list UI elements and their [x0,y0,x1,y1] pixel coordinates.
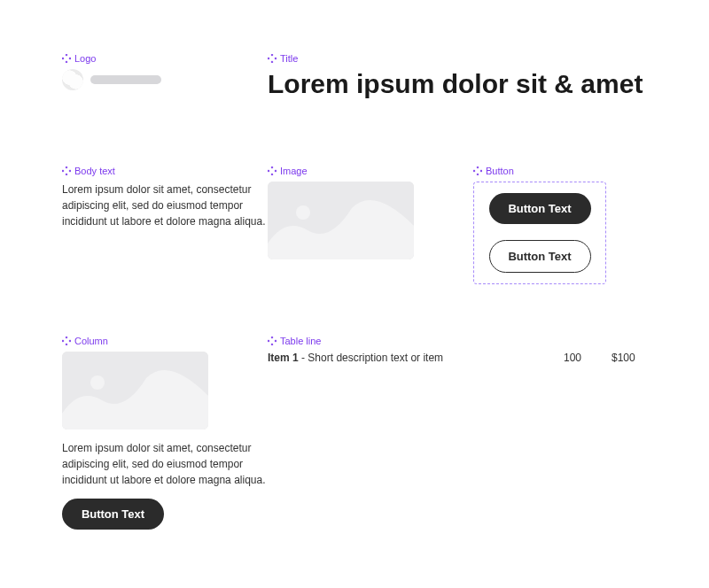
button-section: Button Button Text Button Text [473,166,606,284]
svg-rect-19 [473,169,475,172]
label-text: Image [280,166,308,176]
diamond-icon [268,166,277,175]
page-title: Lorem ipsum dolor sit & amet [268,69,647,100]
column-label: Column [62,336,268,346]
svg-rect-22 [66,337,68,338]
diamond-icon [473,166,482,175]
primary-button[interactable]: Button Text [489,193,591,224]
table-row: Item 1 - Short description text or item … [268,352,647,364]
diamond-icon [268,54,277,63]
table-item-label: Item 1 [268,352,299,364]
svg-rect-5 [268,58,269,60]
svg-rect-30 [275,339,277,342]
diamond-icon [62,337,71,345]
svg-rect-10 [69,169,71,172]
logo-text-bar [90,75,161,84]
svg-rect-0 [66,54,68,56]
svg-rect-8 [66,166,68,168]
logo-label: Logo [62,53,268,64]
label-text: Logo [74,53,96,64]
svg-rect-31 [271,343,274,344]
svg-rect-7 [271,61,274,63]
label-text: Body text [74,166,115,176]
logo-section: Logo [62,53,268,90]
svg-rect-20 [480,169,482,172]
title-label: Title [268,53,647,64]
image-placeholder [268,182,414,259]
svg-point-17 [296,205,310,220]
label-text: Title [280,53,298,64]
diamond-icon [268,337,277,345]
svg-rect-1 [62,58,64,60]
svg-rect-15 [271,173,274,174]
label-text: Button [486,166,514,176]
button-label: Button [473,166,606,176]
table-description: Short description text or item [308,352,443,364]
image-section: Image [268,166,473,259]
svg-rect-29 [268,339,269,342]
table-separator: - [299,352,308,364]
svg-rect-21 [477,173,479,174]
svg-rect-4 [271,54,274,56]
body-text: Lorem ipsum dolor sit amet, consectetur … [62,182,268,229]
column-button[interactable]: Button Text [62,499,164,530]
table-label: Table line [268,336,647,346]
svg-rect-23 [62,339,64,342]
svg-rect-25 [66,343,68,344]
svg-rect-3 [66,61,68,63]
body-section: Body text Lorem ipsum dolor sit amet, co… [62,166,268,229]
logo-avatar [62,69,83,90]
column-text: Lorem ipsum dolor sit amet, consectetur … [62,440,268,488]
svg-rect-11 [66,173,68,174]
svg-rect-13 [268,169,269,172]
svg-rect-12 [271,166,274,168]
svg-rect-14 [275,169,277,172]
table-qty: 100 [564,352,594,364]
svg-rect-6 [275,58,277,60]
svg-point-27 [90,375,105,390]
label-text: Column [74,336,108,346]
table-section: Table line Item 1 - Short description te… [268,336,647,364]
svg-rect-18 [477,166,479,168]
title-section: Title Lorem ipsum dolor sit & amet [268,53,647,100]
svg-rect-2 [69,58,71,60]
svg-rect-24 [69,339,71,342]
svg-rect-9 [62,169,64,172]
logo-placeholder [62,69,268,90]
diamond-icon [62,166,71,175]
column-image-placeholder [62,352,208,429]
secondary-button[interactable]: Button Text [489,240,591,273]
column-section: Column Lorem ipsum dolor sit amet, conse… [62,336,268,530]
body-label: Body text [62,166,268,176]
label-text: Table line [280,336,321,346]
svg-rect-28 [271,337,274,338]
button-group: Button Text Button Text [473,182,606,284]
table-price: $100 [612,352,647,364]
image-label: Image [268,166,473,176]
diamond-icon [62,54,71,63]
